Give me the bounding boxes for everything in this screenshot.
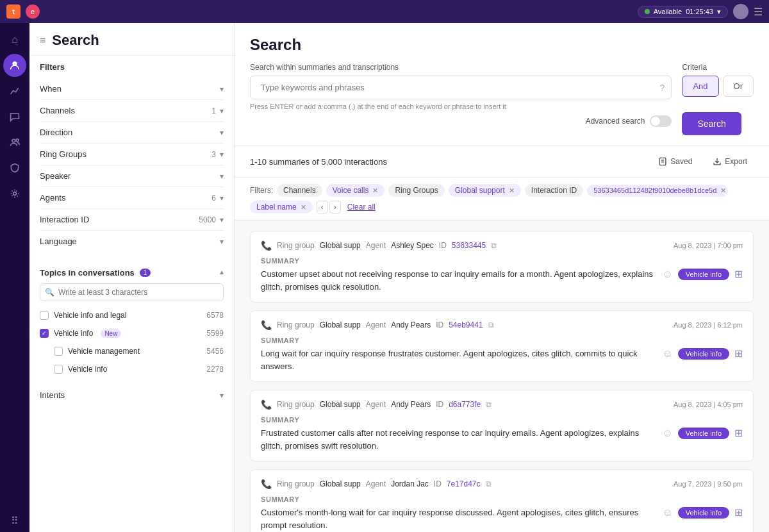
copy-icon[interactable]: ⧉ xyxy=(488,320,494,329)
svg-point-3 xyxy=(13,192,17,195)
card-actions: ☺ Vehicle info ⊞ xyxy=(662,506,743,519)
hamburger-icon[interactable]: ≡ xyxy=(40,35,45,46)
clear-all-button[interactable]: Clear all xyxy=(347,203,376,212)
filter-channels[interactable]: Channels 1 ▾ xyxy=(40,100,224,122)
card-actions: ☺ Vehicle info ⊞ xyxy=(662,427,743,439)
search-input[interactable] xyxy=(257,76,660,99)
sidebar-item-settings[interactable] xyxy=(3,182,26,205)
vehicle-info-badge[interactable]: Vehicle info xyxy=(678,428,729,439)
sentiment-icon[interactable]: ☺ xyxy=(662,507,672,519)
saved-button[interactable]: Saved xyxy=(652,154,699,169)
filter-language[interactable]: Language ▾ xyxy=(40,231,224,252)
topics-chevron-up-icon: ▾ xyxy=(220,269,224,278)
new-badge: New xyxy=(101,329,121,338)
availability-badge[interactable]: Available 01:25:43 ▾ xyxy=(638,6,728,18)
chip-remove-id[interactable]: ✕ xyxy=(720,187,726,195)
transcript-icon[interactable]: ⊞ xyxy=(734,268,743,280)
interaction-card: 📞 Ring group Global supp Agent Ashley Sp… xyxy=(250,231,754,303)
vehicle-info-badge[interactable]: Vehicle info xyxy=(678,507,729,519)
app-logo[interactable]: t xyxy=(6,4,21,19)
chip-label-name[interactable]: Label name ✕ xyxy=(250,201,313,213)
card-text: Customer's month-long wait for car inqui… xyxy=(261,506,656,531)
criteria-and-button[interactable]: And xyxy=(682,76,718,97)
sidebar-item-shield[interactable] xyxy=(3,156,26,179)
checkbox-vehicle-info[interactable] xyxy=(40,329,49,338)
filter-ring-groups[interactable]: Ring Groups 3 ▾ xyxy=(40,144,224,165)
topics-search-wrap: 🔍 xyxy=(40,283,224,301)
chevron-down-icon: ▾ xyxy=(717,8,721,16)
filter-direction[interactable]: Direction ▾ xyxy=(40,122,224,144)
filters-chip-label: Filters: xyxy=(250,186,273,195)
chips-prev-button[interactable]: ‹ xyxy=(317,201,328,213)
interaction-card: 📞 Ring group Global supp Agent Jordan Ja… xyxy=(250,469,754,532)
advanced-search-toggle[interactable] xyxy=(650,115,672,127)
call-icon: 📞 xyxy=(261,320,272,330)
card-actions: ☺ Vehicle info ⊞ xyxy=(662,268,743,280)
chip-remove-label[interactable]: ✕ xyxy=(301,203,306,212)
checkbox-vehicle-info-sub[interactable] xyxy=(54,365,63,374)
export-button[interactable]: Export xyxy=(706,154,754,169)
chip-interaction-id-value[interactable]: 53633465d112482f9010debe8b1dce5d ✕ xyxy=(587,185,728,197)
user-avatar[interactable] xyxy=(733,4,748,19)
chip-voice-calls[interactable]: Voice calls ✕ xyxy=(326,184,385,197)
transcript-icon[interactable]: ⊞ xyxy=(734,506,743,519)
transcript-icon[interactable]: ⊞ xyxy=(734,427,743,439)
topic-vehicle-info-sub[interactable]: Vehicle info 2278 xyxy=(40,360,224,378)
criteria-label: Criteria xyxy=(682,63,707,72)
topic-vehicle-management[interactable]: Vehicle management 5456 xyxy=(40,342,224,360)
topic-vehicle-info-checked[interactable]: Vehicle info New 5599 xyxy=(40,324,224,342)
sentiment-icon[interactable]: ☺ xyxy=(662,269,672,280)
sentiment-icon[interactable]: ☺ xyxy=(662,348,672,360)
sidebar-item-analytics[interactable] xyxy=(3,79,26,103)
checkbox-vehicle-info-legal[interactable] xyxy=(40,311,49,320)
sidebar-item-conversations[interactable] xyxy=(3,105,26,128)
topbar-menu-icon[interactable]: ☰ xyxy=(754,6,763,18)
topic-vehicle-info-legal[interactable]: Vehicle info and legal 6578 xyxy=(40,306,224,324)
interaction-card: 📞 Ring group Global supp Agent Andy Pear… xyxy=(250,310,754,382)
filter-speaker[interactable]: Speaker ▾ xyxy=(40,165,224,187)
vehicle-info-badge[interactable]: Vehicle info xyxy=(678,348,729,360)
results-actions: Saved Export xyxy=(652,154,754,169)
copy-icon[interactable]: ⧉ xyxy=(486,479,492,488)
copy-icon[interactable]: ⧉ xyxy=(486,400,492,409)
topbar-secondary-icon[interactable]: e xyxy=(26,4,40,19)
card-text: Frustrated customer calls after not rece… xyxy=(261,427,656,452)
criteria-or-button[interactable]: Or xyxy=(723,76,754,97)
sidebar-grid-icon[interactable]: ⠿ xyxy=(11,515,19,527)
filter-intents[interactable]: Intents ▾ xyxy=(40,385,224,406)
filter-when[interactable]: When ▾ xyxy=(40,78,224,100)
topics-header[interactable]: Topics in conversations 1 ▾ xyxy=(40,262,224,283)
sidebar-item-users[interactable] xyxy=(3,131,26,154)
card-date: Aug 7, 2023 | 9:50 pm xyxy=(674,480,743,488)
checkbox-vehicle-management[interactable] xyxy=(54,347,63,356)
topics-search-input[interactable] xyxy=(40,283,224,301)
filters-section: Filters When ▾ Channels 1 ▾ Direction ▾ xyxy=(29,56,234,258)
copy-icon[interactable]: ⧉ xyxy=(491,241,497,250)
interaction-card: 📞 Ring group Global supp Agent Andy Pear… xyxy=(250,390,754,461)
filter-interaction-id[interactable]: Interaction ID 5000 ▾ xyxy=(40,209,224,231)
criteria-section: Criteria And Or Search xyxy=(682,63,754,135)
sidebar-item-home[interactable]: ⌂ xyxy=(3,28,26,51)
chips-next-button[interactable]: › xyxy=(329,201,341,213)
vehicle-info-badge[interactable]: Vehicle info xyxy=(678,269,729,280)
topbar-right: Available 01:25:43 ▾ ☰ xyxy=(638,4,763,19)
card-meta: 📞 Ring group Global supp Agent Ashley Sp… xyxy=(261,240,497,251)
search-button[interactable]: Search xyxy=(682,112,741,135)
chip-global-support[interactable]: Global support ✕ xyxy=(449,184,521,197)
sidebar-item-active[interactable] xyxy=(3,54,26,77)
topics-count: 1 xyxy=(140,269,151,277)
card-date: Aug 8, 2023 | 7:00 pm xyxy=(674,242,743,249)
help-icon[interactable]: ? xyxy=(660,83,665,93)
summary-label: SUMMARY xyxy=(261,495,743,503)
right-panel: Search Search within summaries and trans… xyxy=(235,23,769,532)
chip-remove-voice-calls[interactable]: ✕ xyxy=(372,187,378,195)
filter-agents[interactable]: Agents 6 ▾ xyxy=(40,187,224,209)
chip-ring-groups: Ring Groups xyxy=(388,184,444,197)
card-text: Long wait for car inquiry response frust… xyxy=(261,347,656,372)
toggle-knob xyxy=(651,117,660,126)
chips-navigation: ‹ › xyxy=(317,201,341,213)
chip-remove-global-support[interactable]: ✕ xyxy=(509,187,515,195)
saved-label: Saved xyxy=(670,157,692,166)
sentiment-icon[interactable]: ☺ xyxy=(662,428,672,439)
transcript-icon[interactable]: ⊞ xyxy=(734,347,743,360)
